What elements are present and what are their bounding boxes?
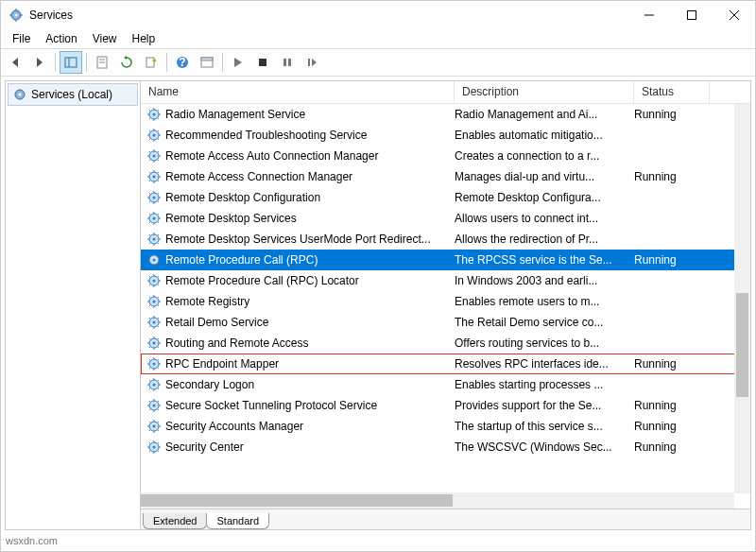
column-status[interactable]: Status [634, 81, 710, 103]
tab-standard[interactable]: Standard [206, 513, 269, 529]
help-button[interactable]: ? [171, 51, 194, 74]
svg-line-164 [149, 388, 151, 390]
svg-line-84 [149, 222, 151, 224]
svg-line-145 [158, 338, 160, 340]
svg-line-85 [158, 214, 160, 216]
service-row[interactable]: Remote Procedure Call (RPC) LocatorIn Wi… [141, 270, 750, 291]
svg-line-104 [149, 264, 151, 266]
svg-line-44 [149, 139, 151, 141]
service-description: Radio Management and Ai... [455, 108, 634, 121]
tree-node-label: Services (Local) [31, 88, 112, 101]
svg-line-95 [158, 234, 160, 236]
svg-point-157 [153, 384, 156, 387]
close-button[interactable] [713, 1, 755, 29]
column-name[interactable]: Name [141, 81, 455, 103]
start-service-button[interactable] [227, 51, 249, 74]
show-hide-tree-button[interactable] [60, 51, 82, 74]
service-name: Remote Access Auto Connection Manager [165, 149, 455, 163]
svg-point-187 [153, 446, 156, 449]
svg-line-55 [158, 151, 160, 153]
svg-line-184 [149, 430, 151, 432]
menu-file[interactable]: File [5, 30, 38, 47]
svg-line-174 [149, 409, 151, 411]
svg-point-1 [15, 14, 18, 17]
service-name: Security Center [165, 440, 455, 454]
svg-point-127 [153, 321, 156, 324]
play-icon [232, 57, 244, 68]
service-description: Enables remote users to m... [455, 295, 634, 308]
service-row[interactable]: Retail Demo ServiceThe Retail Demo servi… [141, 312, 750, 333]
vertical-scrollbar[interactable] [734, 104, 750, 493]
restart-service-button[interactable] [301, 51, 323, 74]
svg-rect-22 [288, 59, 291, 66]
svg-line-135 [158, 318, 160, 319]
service-description: Enables starting processes ... [455, 378, 634, 391]
svg-line-105 [158, 255, 160, 257]
stop-service-button[interactable] [251, 51, 274, 74]
service-row[interactable]: Remote RegistryEnables remote users to m… [141, 291, 750, 312]
service-gear-icon [146, 190, 162, 205]
service-row[interactable]: Remote Desktop ServicesAllows users to c… [141, 208, 750, 229]
service-row[interactable]: Recommended Troubleshooting ServiceEnabl… [141, 125, 750, 146]
minimize-button[interactable] [627, 1, 670, 29]
menu-action[interactable]: Action [38, 30, 84, 47]
svg-line-112 [149, 276, 151, 278]
service-row[interactable]: Security CenterThe WSCSVC (Windows Sec..… [141, 437, 750, 457]
svg-line-122 [149, 297, 151, 299]
svg-point-147 [153, 363, 156, 366]
tree-node-services-local[interactable]: Services (Local) [8, 83, 138, 106]
service-name: Remote Desktop Services UserMode Port Re… [165, 233, 455, 246]
service-row[interactable]: Routing and Remote AccessOffers routing … [141, 333, 750, 354]
tab-extended[interactable]: Extended [143, 513, 207, 529]
scroll-thumb[interactable] [736, 293, 748, 397]
nav-back-button[interactable] [4, 51, 26, 74]
window-title: Services [29, 9, 627, 22]
refresh-button[interactable] [115, 51, 138, 74]
service-gear-icon [146, 273, 162, 288]
svg-line-163 [158, 388, 160, 390]
svg-line-125 [158, 297, 160, 299]
service-status: Running [634, 357, 710, 371]
service-row[interactable]: Remote Desktop Services UserMode Port Re… [141, 229, 750, 250]
svg-rect-15 [146, 58, 154, 67]
nav-forward-button[interactable] [28, 51, 51, 74]
svg-line-185 [158, 422, 160, 423]
svg-line-83 [158, 222, 160, 224]
toolbar-separator [86, 53, 87, 72]
service-row[interactable]: Security Accounts ManagerThe startup of … [141, 416, 750, 437]
service-name: Recommended Troubleshooting Service [165, 129, 455, 142]
svg-line-123 [158, 305, 160, 307]
service-description: Enables automatic mitigatio... [455, 129, 634, 142]
service-row[interactable]: RPC Endpoint MapperResolves RPC interfac… [141, 354, 750, 374]
service-row[interactable]: Remote Access Connection ManagerManages … [141, 166, 750, 187]
service-row[interactable]: Remote Access Auto Connection ManagerCre… [141, 146, 750, 166]
service-gear-icon [146, 377, 162, 392]
horizontal-scrollbar[interactable] [141, 492, 734, 509]
pane-icon [200, 56, 214, 69]
svg-point-67 [153, 197, 156, 199]
svg-line-165 [158, 380, 160, 382]
svg-point-37 [153, 134, 156, 137]
svg-line-34 [149, 118, 151, 120]
service-gear-icon [146, 315, 162, 330]
svg-rect-10 [65, 58, 77, 67]
svg-point-47 [153, 155, 156, 158]
column-description[interactable]: Description [455, 81, 634, 103]
menu-help[interactable]: Help [125, 30, 163, 47]
menu-view[interactable]: View [85, 30, 125, 47]
service-row[interactable]: Secure Socket Tunneling Protocol Service… [141, 395, 750, 416]
action-pane-button[interactable] [196, 51, 218, 74]
pause-service-button[interactable] [276, 51, 299, 74]
svg-line-54 [149, 160, 151, 162]
svg-point-27 [153, 113, 156, 116]
service-row[interactable]: Radio Management ServiceRadio Management… [141, 104, 750, 125]
service-row[interactable]: Remote Desktop ConfigurationRemote Deskt… [141, 187, 750, 208]
export-button[interactable] [140, 51, 163, 74]
scroll-thumb[interactable] [141, 494, 453, 507]
service-row[interactable]: Remote Procedure Call (RPC)The RPCSS ser… [141, 250, 750, 270]
service-row[interactable]: Secondary LogonEnables starting processe… [141, 374, 750, 395]
svg-line-113 [158, 285, 160, 286]
maximize-button[interactable] [670, 1, 713, 29]
properties-button[interactable] [91, 51, 113, 74]
service-list[interactable]: Radio Management ServiceRadio Management… [141, 104, 750, 457]
